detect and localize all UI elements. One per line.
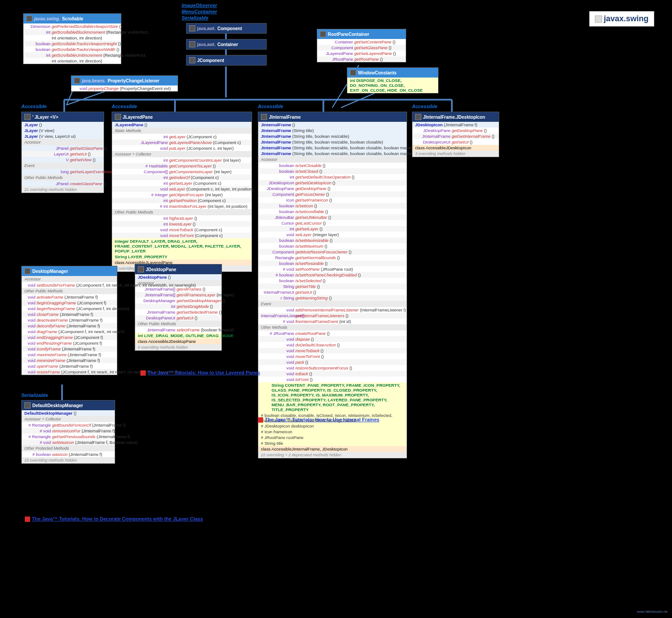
method-row: int get/setLayer () xyxy=(258,226,407,232)
class-icon xyxy=(115,114,121,120)
interface-icon xyxy=(24,268,31,274)
method-row: void propertyChange (PropertyChangeEvent… xyxy=(71,86,178,91)
method-row: int lowestLayer () xyxy=(112,221,252,227)
method-row: Component getFocusOwner () xyxy=(258,191,407,197)
constructor-row: JInternalFrame (String title, boolean re… xyxy=(258,145,407,151)
window-constants: int DISPOSE_ON_CLOSE, DO_NOTHING_ON_CLOS… xyxy=(347,78,438,93)
constructor-row: DefaultDesktopManager () xyxy=(22,410,115,416)
method-row: # int insertIndexForLayer (int layer, in… xyxy=(112,203,252,209)
constructor-row: JDesktopIcon (JInternalFrame f) xyxy=(412,122,499,128)
method-row: JLayeredPane getLayeredPaneAbove (Compon… xyxy=(112,140,252,145)
interface-icon xyxy=(320,31,326,37)
method-row: JInternalFrame selectFrame (boolean forw… xyxy=(135,327,221,333)
link-serializable[interactable]: Serializable xyxy=(182,15,209,20)
watermark: www.falkhausen.de xyxy=(637,610,668,614)
class-jlayer[interactable]: ' JLayer <V> JLayer ()JLayer (V view)JLa… xyxy=(21,112,104,193)
package-icon xyxy=(595,16,602,23)
method-row: int getComponentCountInLayer (int layer) xyxy=(112,157,252,163)
method-row: void openFrame (JInternalFrame f) xyxy=(22,363,117,369)
interface-icon xyxy=(350,70,356,76)
constructor-row: JLayer (V view) xyxy=(22,128,104,133)
method-row: int get/setPosition (Component c) xyxy=(112,198,252,203)
method-row: JPanel get/setGlassPane () xyxy=(22,145,104,151)
class-jcomponent[interactable]: JComponent xyxy=(186,55,267,66)
method-row: # void removeIconFor (JInternalFrame f) xyxy=(22,428,115,434)
method-row: void beginResizingFrame (JComponent f, i… xyxy=(22,306,117,311)
method-row: int get/setDefaultCloseOperation () xyxy=(258,174,407,180)
method-row: Component getMostRecentFocusOwner () xyxy=(258,249,407,255)
method-row: InternalFrameListener[] getInternalFrame… xyxy=(258,313,407,319)
class-icon xyxy=(415,114,421,120)
method-row: int highestLayer () xyxy=(112,215,252,221)
method-row: void deiconifyFrame (JInternalFrame f) xyxy=(22,323,117,329)
method-row: void maximizeFrame (JInternalFrame f) xyxy=(22,352,117,358)
interface-rootpanecontainer[interactable]: RootPaneContainer Container get/setConte… xyxy=(317,29,406,62)
method-row: # Hashtable getComponentToLayer () xyxy=(112,163,252,169)
link-imageobserver[interactable]: ImageObserver xyxy=(182,3,217,8)
method-row: void moveToFront (Component c) xyxy=(112,233,252,238)
oracle-icon xyxy=(25,517,30,522)
method-row: JRootPane getRootPane () xyxy=(317,56,406,62)
method-row: void deactivateFrame (JInternalFrame f) xyxy=(22,317,117,323)
tutorial-link[interactable]: The Java™ Tutorials: How to Decorate Com… xyxy=(25,516,203,522)
link-menucontainer[interactable]: MenuContainer xyxy=(182,9,217,14)
method-row: void endResizingFrame (JComponent f) xyxy=(22,340,117,346)
class-icon xyxy=(189,57,195,63)
method-row: Cursor getLastCursor () xyxy=(258,220,407,226)
method-row: boolean getScrollableTracksViewportHeigh… xyxy=(23,41,121,47)
method-row: boolean is/setSelected () xyxy=(258,278,407,284)
method-row: # boolean wasIcon (JInternalFrame f) xyxy=(22,451,115,457)
method-row: void closeFrame (JInternalFrame f) xyxy=(22,311,117,317)
method-row: int getIndexOf (Component c) xyxy=(112,175,252,180)
method-row: JInternalFrame[] getAllFramesInLayer (in… xyxy=(135,292,221,298)
class-component[interactable]: java.awt.Component xyxy=(186,23,267,34)
interface-icon xyxy=(26,16,32,22)
label-accessible-jdesktopicon: Accessible xyxy=(412,104,437,109)
constructor-row: JDesktopPane () xyxy=(135,274,221,280)
method-row: LayerUI get/setUI () xyxy=(22,151,104,157)
method-row: # Integer getObjectForLayer (int layer) xyxy=(112,192,252,198)
method-row: void setLayer (Integer layer) xyxy=(258,232,407,237)
method-row: void doDefaultCloseAction () xyxy=(258,342,407,348)
method-row: Rectangle get/setNormalBounds () xyxy=(258,255,407,260)
method-row: DesktopManager get/setDesktopManager () xyxy=(135,298,221,303)
method-row: void moveToBack (Component c) xyxy=(112,227,252,233)
method-row: JLayeredPane get/setLayeredPane () xyxy=(317,51,406,56)
constructor-row: JLayer () xyxy=(22,122,104,128)
method-row: int get/setDragMode () xyxy=(135,303,221,309)
constructor-row: JLayer (V view, LayerUI ui) xyxy=(22,133,104,139)
class-icon xyxy=(189,25,195,31)
method-row: boolean is/setClosable () xyxy=(258,163,407,168)
method-row: # Rectangle get/setPreviousBounds (JInte… xyxy=(22,434,115,439)
constructor-row: JInternalFrame (String title, boolean re… xyxy=(258,133,407,139)
constructor-row: JInternalFrame (String title, boolean re… xyxy=(258,139,407,145)
method-row: void resizeFrame (JComponent f, int newX… xyxy=(22,369,117,375)
label-accessible-jlayer: Accessible xyxy=(21,104,47,109)
method-row: JInternalFrame get/setInternalFrame () xyxy=(412,133,499,139)
method-row: void setLayer (Component c, int layer, i… xyxy=(112,186,252,192)
method-row: # boolean is/setRootPaneCheckingEnabled … xyxy=(258,272,407,278)
method-row: int getScrollableUnitIncrement (Rectangl… xyxy=(23,52,121,58)
tutorial-link[interactable]: The Java™ Tutorials: How to Use Layered … xyxy=(140,370,260,376)
method-row: void restoreSubcomponentFocus () xyxy=(258,365,407,371)
field-row: # String title xyxy=(258,440,407,446)
constructor-row: JInternalFrame () xyxy=(258,122,407,128)
method-row: void activateFrame (JInternalFrame f) xyxy=(22,294,117,300)
class-jinternalframe[interactable]: JInternalFrame JInternalFrame ()JInterna… xyxy=(258,112,407,459)
method-row: JDesktopPane getDesktopPane () xyxy=(258,186,407,191)
class-container[interactable]: java.awt.Container xyxy=(186,39,267,50)
method-row: boolean is/setResizable () xyxy=(258,260,407,266)
method-row: boolean is/setMaximizable () xyxy=(258,237,407,243)
class-jdesktopicon[interactable]: JInternalFrame.JDesktopIcon JDesktopIcon… xyxy=(412,112,499,157)
class-defaultdesktopmanager[interactable]: DefaultDesktopManager DefaultDesktopMana… xyxy=(21,400,115,464)
method-row: void dragFrame (JComponent f, int newX, … xyxy=(22,329,117,334)
interface-desktopmanager[interactable]: DesktopManager Accessor void setBoundsFo… xyxy=(21,266,117,375)
class-jdesktoppane[interactable]: JDesktopPane JDesktopPane () Accessor JI… xyxy=(135,264,222,351)
class-jlayeredpane[interactable]: JLayeredPane JLayeredPane () Static Meth… xyxy=(112,112,252,272)
method-row: DesktopPaneUI get/setUI () xyxy=(135,315,221,321)
interface-scrollable[interactable]: javax.swing.Scrollable Dimension getPref… xyxy=(23,13,121,64)
tutorial-link[interactable]: The Java™ Tutorials: How to Use Internal… xyxy=(258,417,379,423)
interface-windowconstants[interactable]: WindowConstants int DISPOSE_ON_CLOSE, DO… xyxy=(347,67,439,93)
interface-propertychangelistener[interactable]: java.beans.PropertyChangeListener void p… xyxy=(71,75,178,92)
oracle-icon xyxy=(140,370,146,376)
